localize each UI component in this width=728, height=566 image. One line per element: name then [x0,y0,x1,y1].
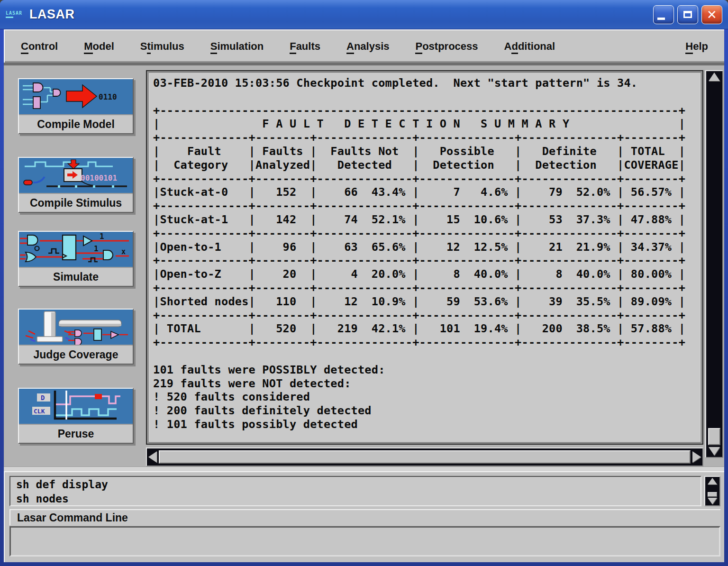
scroll-left-arrow-icon[interactable] [148,451,157,463]
menu-mnemonic-underline: t [147,40,150,54]
command-panel: sh def display sh nodes Lasar Command Li… [4,471,724,562]
menu-mnemonic-underline: S [210,40,218,54]
menu-mnemonic-underline: H [685,40,693,54]
menu-item-simulation[interactable]: Simulation [210,40,264,53]
compile-model-button[interactable]: 0110 Compile Model [18,78,134,134]
menu-mnemonic-underline: d [511,40,518,54]
menu-item-help[interactable]: Help [685,40,708,53]
simulate-icon: 1 1 x [19,232,133,267]
menu-bar: ControlModelStimulusSimulationFaultsAnal… [4,29,724,63]
simulate-label: Simulate [19,267,133,286]
command-line-label: Lasar Command Line [9,509,720,525]
menu-mnemonic-underline: A [346,40,354,54]
menu-item-additional[interactable]: Additional [504,40,555,53]
compile-stimulus-button[interactable]: 00100101 Compile Stimulus [18,157,134,213]
simulate-button[interactable]: 1 1 x Simulate [18,231,134,287]
app-logo-text: LASAR [6,11,22,16]
minimize-icon [657,18,665,20]
lasar-window: LASAR LASAR ✕ ControlModelStimulusSimula… [0,0,728,566]
svg-text:0110: 0110 [99,92,117,101]
window-controls: ✕ [653,5,722,24]
maximize-button[interactable] [677,5,698,24]
menu-item-postprocess[interactable]: Postprocess [415,40,478,53]
menu-mnemonic-underline: M [84,40,92,54]
history-scroll-up-icon[interactable] [708,478,717,484]
command-input[interactable] [9,526,720,557]
panel-separator [4,466,724,471]
menu-mnemonic-underline: F [290,40,296,54]
maximize-icon [683,11,692,18]
svg-text:CLK: CLK [34,408,45,415]
command-history-row: sh def display sh nodes [9,476,720,506]
main-area: 0110 Compile Model 00100101 [4,65,724,466]
close-button[interactable]: ✕ [701,5,722,24]
compile-model-label: Compile Model [19,114,133,133]
judge-coverage-icon [19,310,133,345]
menu-mnemonic-underline: P [415,40,422,54]
title-bar: LASAR LASAR ✕ [0,0,728,29]
judge-coverage-button[interactable]: Judge Coverage [18,309,134,365]
terminal-vertical-scrollbar [705,70,723,458]
scroll-up-arrow-icon[interactable] [709,73,720,81]
peruse-button[interactable]: D CLK Peruse [18,388,134,444]
compile-model-icon: 0110 [19,79,133,114]
svg-text:00100101: 00100101 [81,173,117,183]
menu-item-stimulus[interactable]: Stimulus [140,40,184,53]
menu-item-control[interactable]: Control [21,40,58,53]
history-scroll-down-icon[interactable] [708,498,717,504]
scroll-down-arrow-icon[interactable] [709,447,720,456]
window-body: ControlModelStimulusSimulationFaultsAnal… [4,29,724,562]
menu-item-model[interactable]: Model [84,40,114,53]
menu-item-faults[interactable]: Faults [290,40,320,53]
terminal-viewport: 03-FEB-2010 15:03:56 Checkpoint complete… [149,73,701,442]
close-icon: ✕ [707,9,717,21]
command-history-text: sh def display sh nodes [16,477,695,506]
terminal-horizontal-scrollbar [146,447,703,466]
command-history-box[interactable]: sh def display sh nodes [9,476,701,506]
menu-mnemonic-underline: C [21,40,28,54]
scroll-thumb[interactable] [708,428,720,445]
svg-text:1: 1 [94,244,99,253]
svg-text:1: 1 [100,232,104,241]
compile-stimulus-label: Compile Stimulus [19,193,133,212]
peruse-icon: D CLK [19,389,133,424]
window-title: LASAR [29,7,75,22]
app-logo-underline [6,17,13,18]
horizontal-scroll-thumb[interactable] [159,450,691,464]
minimize-button[interactable] [653,5,674,24]
history-scroll-thumb[interactable] [708,492,717,497]
scroll-right-arrow-icon[interactable] [692,451,701,463]
judge-coverage-label: Judge Coverage [19,345,133,364]
menu-item-analysis[interactable]: Analysis [346,40,390,53]
terminal-panel[interactable]: 03-FEB-2010 15:03:56 Checkpoint complete… [146,70,703,445]
peruse-label: Peruse [19,424,133,443]
svg-text:D: D [41,394,45,402]
app-logo-icon[interactable]: LASAR [6,8,25,22]
history-vertical-scrollbar [704,476,720,506]
svg-text:x: x [121,247,126,256]
compile-stimulus-icon: 00100101 [19,158,133,193]
terminal-output: 03-FEB-2010 15:03:56 Checkpoint complete… [149,73,700,431]
